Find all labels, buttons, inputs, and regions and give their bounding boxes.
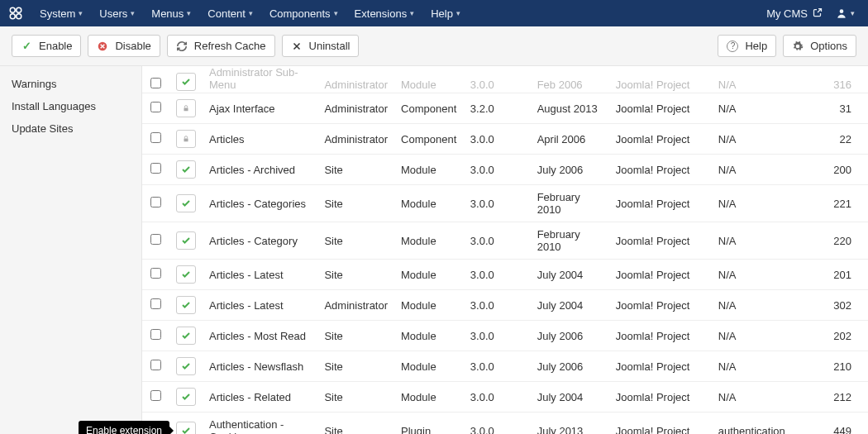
extension-location: Site [317, 413, 394, 435]
extension-date: July 2006 [531, 321, 609, 351]
status-enabled-button[interactable] [176, 296, 196, 314]
status-enabled-button[interactable] [176, 73, 196, 91]
uninstall-button[interactable]: Uninstall [282, 35, 360, 57]
status-enabled-button[interactable] [176, 265, 196, 284]
extension-name[interactable]: Articles - Archived [203, 155, 317, 185]
extension-name[interactable]: Articles [203, 124, 317, 155]
extension-date: July 2013 [531, 413, 609, 435]
extension-name[interactable]: Articles - Latest [203, 260, 317, 290]
extension-version: 3.0.0 [464, 260, 531, 290]
sidebar-item-warnings[interactable]: Warnings [0, 73, 141, 95]
sidebar-item-update-sites[interactable]: Update Sites [0, 117, 141, 140]
top-menu-item-system[interactable]: System▾ [33, 4, 89, 23]
joomla-logo-icon [8, 6, 23, 21]
top-menu-item-components[interactable]: Components▾ [263, 4, 345, 23]
top-menu-item-content[interactable]: Content▾ [201, 4, 260, 23]
top-menu-item-extensions[interactable]: Extensions▾ [348, 4, 422, 23]
svg-point-3 [17, 14, 21, 19]
top-menu-item-menus[interactable]: Menus▾ [145, 4, 198, 23]
refresh-cache-button[interactable]: Refresh Cache [167, 35, 275, 57]
status-enabled-button[interactable] [176, 194, 196, 212]
status-enabled-button[interactable] [176, 231, 196, 250]
extension-folder: N/A [712, 260, 827, 290]
extension-name[interactable]: Authentication - Cookie [203, 413, 317, 435]
extension-version: 3.0.0 [464, 321, 531, 351]
extension-name[interactable]: Articles - Categories [203, 185, 317, 222]
row-checkbox[interactable] [150, 268, 161, 279]
row-checkbox[interactable] [150, 329, 161, 340]
extension-folder: N/A [712, 93, 827, 124]
help-button[interactable]: ? Help [718, 35, 776, 57]
extension-location: Administrator [317, 66, 394, 93]
options-label: Options [810, 40, 847, 52]
sidebar-item-install-languages[interactable]: Install Languages [0, 95, 141, 117]
extension-version: 3.0.0 [464, 185, 531, 222]
extension-id: 302 [827, 290, 868, 321]
table-row: Articles - LatestAdministratorModule3.0.… [142, 290, 868, 321]
status-locked-icon [176, 130, 196, 148]
extension-type: Module [394, 222, 464, 260]
caret-down-icon: ▾ [851, 9, 855, 17]
status-enabled-button[interactable] [176, 327, 196, 345]
row-checkbox[interactable] [150, 197, 161, 207]
extension-type: Module [394, 321, 464, 351]
extension-version: 3.0.0 [464, 290, 531, 321]
extension-date: February 2010 [531, 222, 609, 260]
status-enabled-button[interactable] [176, 160, 196, 179]
cancel-circle-icon [97, 41, 108, 52]
extension-type: Module [394, 155, 464, 185]
extension-name[interactable]: Articles - Latest [203, 290, 317, 321]
row-checkbox[interactable] [150, 78, 161, 88]
row-checkbox[interactable] [150, 234, 161, 245]
enable-label: Enable [39, 40, 72, 52]
extension-id: 31 [827, 93, 868, 124]
table-row: Administrator Sub-MenuAdministratorModul… [142, 66, 868, 93]
caret-down-icon: ▾ [456, 9, 460, 17]
disable-button[interactable]: Disable [88, 35, 160, 57]
extension-type: Module [394, 66, 464, 93]
caret-down-icon: ▾ [187, 9, 191, 17]
extension-name[interactable]: Articles - Most Read [203, 321, 317, 351]
status-enabled-button[interactable] [176, 357, 196, 375]
extension-date: Feb 2006 [531, 66, 609, 93]
extension-name[interactable]: Ajax Interface [203, 93, 317, 124]
extension-type: Module [394, 185, 464, 222]
x-icon [291, 41, 303, 52]
extension-name[interactable]: Articles - Newsflash [203, 351, 317, 382]
extension-id: 201 [827, 260, 868, 290]
user-menu[interactable]: ▾ [831, 4, 860, 22]
extension-type: Module [394, 351, 464, 382]
extension-name[interactable]: Articles - Related [203, 382, 317, 413]
extension-version: 3.2.0 [464, 93, 531, 124]
extension-author: Joomla! Project [609, 222, 712, 260]
refresh-icon [176, 41, 188, 52]
options-button[interactable]: Options [783, 35, 856, 57]
site-link[interactable]: My CMS [766, 7, 823, 20]
row-checkbox[interactable] [150, 390, 161, 401]
extension-version: 3.0.0 [464, 382, 531, 413]
row-checkbox[interactable] [150, 132, 161, 143]
top-menu-item-users[interactable]: Users▾ [93, 4, 141, 23]
svg-point-2 [10, 14, 15, 19]
table-row: Articles - LatestSiteModule3.0.0July 200… [142, 260, 868, 290]
status-enabled-button[interactable] [176, 388, 196, 406]
extension-name[interactable]: Administrator Sub-Menu [203, 66, 317, 93]
row-checkbox[interactable] [150, 102, 161, 112]
extension-author: Joomla! Project [609, 382, 712, 413]
row-checkbox[interactable] [150, 360, 161, 370]
top-menu-item-help[interactable]: Help▾ [424, 4, 467, 23]
row-checkbox[interactable] [150, 298, 161, 309]
extension-location: Site [317, 155, 394, 185]
status-enabled-button[interactable] [176, 422, 196, 434]
table-row: Articles - ArchivedSiteModule3.0.0July 2… [142, 155, 868, 185]
row-checkbox[interactable] [150, 163, 161, 174]
top-menu-label: Menus [151, 7, 184, 20]
top-menu-label: Extensions [355, 7, 408, 20]
caret-down-icon: ▾ [79, 9, 83, 17]
enable-button[interactable]: ✓ Enable [12, 35, 81, 57]
site-name-label: My CMS [766, 7, 808, 20]
extension-location: Site [317, 185, 394, 222]
top-menu: System▾Users▾Menus▾Content▾Components▾Ex… [33, 4, 467, 23]
table-row: Articles - CategorySiteModule3.0.0Februa… [142, 222, 868, 260]
extension-name[interactable]: Articles - Category [203, 222, 317, 260]
